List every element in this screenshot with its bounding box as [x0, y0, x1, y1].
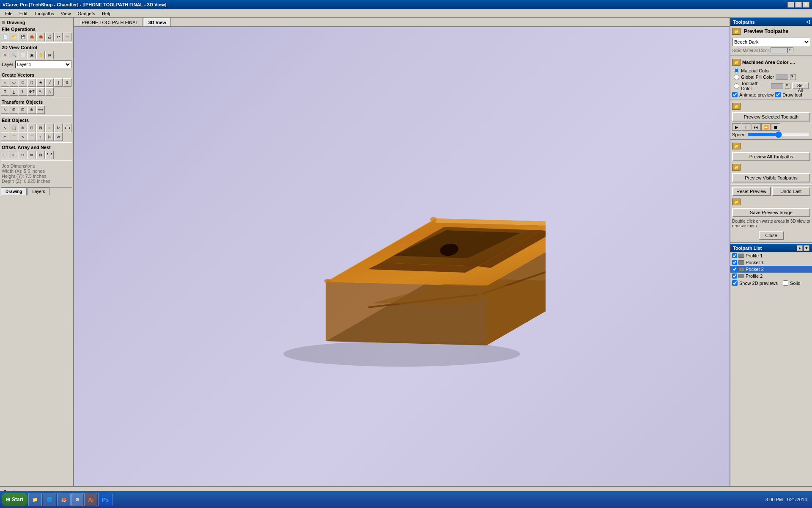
menu-help[interactable]: Help: [99, 10, 115, 17]
node-edit-btn[interactable]: ⬚: [10, 124, 18, 132]
solid-material-swatch[interactable]: [771, 47, 787, 53]
tab-drawing[interactable]: Drawing: [1, 188, 27, 195]
animate-preview-checkbox[interactable]: [732, 92, 738, 97]
menu-file[interactable]: File: [2, 10, 16, 17]
panel-collapse-icon[interactable]: ◁: [806, 19, 809, 25]
tab-3d[interactable]: 3D View: [144, 18, 171, 26]
group-btn[interactable]: ⊡: [19, 105, 27, 114]
draw-tool-checkbox[interactable]: [775, 92, 781, 97]
textpath-btn[interactable]: T̲: [10, 87, 18, 96]
start-button[interactable]: ⊞ Start: [2, 493, 27, 506]
break-btn[interactable]: ⌒: [27, 133, 36, 141]
pattern-btn[interactable]: ⋮⋮: [45, 151, 54, 159]
taskbar-illustrator[interactable]: Ai: [84, 493, 97, 506]
save-btn[interactable]: 💾: [19, 33, 27, 41]
offset-btn[interactable]: ⊡: [1, 151, 9, 159]
material-dropdown[interactable]: Beech Dark: [732, 38, 810, 46]
close-vec-btn[interactable]: ○: [45, 124, 54, 132]
open-btn[interactable]: 📂: [10, 33, 18, 41]
close-button[interactable]: ✕: [803, 2, 809, 8]
radio-global-input[interactable]: [734, 75, 739, 80]
move-btn[interactable]: ↖: [1, 105, 9, 114]
radio-toolpath-input[interactable]: [734, 83, 739, 89]
flip-btn[interactable]: ⟺: [36, 105, 45, 114]
toolpath-pocket2[interactable]: Pocket 2: [730, 266, 812, 273]
taskbar-firefox[interactable]: 🦊: [57, 493, 71, 506]
zoom-in-btn[interactable]: 🔍: [10, 51, 18, 59]
global-fill-dropdown[interactable]: ▼: [790, 74, 796, 80]
trim-btn[interactable]: ⊟: [27, 124, 36, 132]
toolpath-color-swatch[interactable]: [771, 83, 783, 88]
save-preview-image-button[interactable]: Save Preview Image: [732, 208, 810, 217]
set-all-button[interactable]: Set All: [792, 83, 809, 89]
toolpath-profile1[interactable]: Profile 1: [730, 252, 812, 259]
print-btn[interactable]: 🖨: [45, 33, 54, 41]
textedit-btn[interactable]: Ƭ: [19, 87, 27, 96]
solid-material-dropdown[interactable]: ▼: [787, 47, 793, 53]
mirror-btn[interactable]: ⟷: [63, 124, 71, 132]
menu-view[interactable]: View: [58, 10, 74, 17]
stop-btn[interactable]: ⏹: [771, 123, 780, 131]
import-vec-btn[interactable]: ⊕T: [27, 87, 36, 96]
new-btn[interactable]: 📄: [1, 33, 9, 41]
preview-visible-button[interactable]: Preview Visible Toolpaths: [732, 173, 810, 182]
rect-btn[interactable]: □: [19, 78, 27, 87]
toolpath-profile2[interactable]: Profile 2: [730, 273, 812, 279]
array-btn[interactable]: ⊞: [10, 151, 18, 159]
solid-checkbox[interactable]: [783, 280, 788, 286]
menu-gadgets[interactable]: Gadgets: [74, 10, 99, 17]
radio-material-input[interactable]: [734, 68, 739, 73]
fillet-btn[interactable]: ╮: [36, 133, 45, 141]
undo-btn[interactable]: ↩: [54, 33, 63, 41]
menu-edit[interactable]: Edit: [16, 10, 31, 17]
zoom-box-btn[interactable]: ⬜: [19, 51, 27, 59]
export-btn[interactable]: 📤: [27, 33, 36, 41]
pan-btn[interactable]: ✋: [36, 51, 45, 59]
scissors-btn[interactable]: ✂: [1, 133, 9, 141]
undo-last-button[interactable]: Undo Last: [772, 187, 811, 196]
list-up-btn[interactable]: ▲: [797, 245, 803, 251]
global-fill-swatch[interactable]: [776, 75, 788, 80]
weld-btn[interactable]: ⊛: [27, 105, 36, 114]
star-btn[interactable]: ★: [36, 78, 45, 87]
curve-btn[interactable]: ∫: [54, 78, 63, 87]
taskbar-vcarve[interactable]: ⚙: [71, 493, 83, 506]
toolpath-color-dropdown[interactable]: ▼: [785, 83, 790, 89]
rotate-btn[interactable]: ↻: [54, 124, 63, 132]
taskbar-photoshop[interactable]: Ps: [98, 493, 112, 506]
list-down-btn[interactable]: ▼: [804, 245, 809, 251]
tp-pocket1-checkbox[interactable]: [732, 260, 737, 265]
grid-btn[interactable]: ⊞: [45, 51, 54, 59]
zoom-sel-btn[interactable]: ▣: [27, 51, 36, 59]
toolpath-pocket1[interactable]: Pocket 1: [730, 259, 812, 266]
text-btn[interactable]: T: [1, 87, 9, 96]
align-btn[interactable]: ⊞: [10, 105, 18, 114]
maximize-button[interactable]: □: [795, 2, 802, 8]
circle-btn[interactable]: ○: [1, 78, 9, 87]
view-3d[interactable]: [74, 27, 730, 486]
line-btn[interactable]: ╱: [45, 78, 54, 87]
close-panel-button[interactable]: Close: [759, 231, 784, 240]
zoom-fit-btn[interactable]: ⊕: [1, 51, 9, 59]
pause-btn[interactable]: ⏸: [742, 123, 751, 131]
speed-slider[interactable]: [747, 132, 810, 137]
play-btn[interactable]: ▶: [732, 123, 741, 131]
extend2-btn[interactable]: ≫: [54, 133, 63, 141]
step-fwd-btn[interactable]: ⏭: [752, 123, 761, 131]
preview-all-button[interactable]: Preview All Toolpaths: [732, 152, 810, 161]
import-btn[interactable]: 📥: [36, 33, 45, 41]
tp-profile2-checkbox[interactable]: [732, 273, 737, 279]
radial-btn[interactable]: ⊙: [19, 151, 27, 159]
taskbar-chrome[interactable]: 🌐: [43, 493, 56, 506]
arc-btn[interactable]: ⌒: [10, 133, 18, 141]
node-btn[interactable]: ↖: [36, 87, 45, 96]
select-btn[interactable]: ↖: [1, 124, 9, 132]
chamfer-btn[interactable]: ▷: [45, 133, 54, 141]
spline-btn[interactable]: S: [63, 78, 71, 87]
nest-btn[interactable]: ⊛: [27, 151, 36, 159]
join-btn[interactable]: ⊕: [19, 124, 27, 132]
contour-btn[interactable]: △: [45, 87, 54, 96]
tab-2d[interactable]: IPHONE TOOLPATH FINAL: [76, 18, 143, 26]
taskbar-explorer[interactable]: 📁: [28, 493, 42, 506]
redo-btn[interactable]: ↪: [63, 33, 71, 41]
